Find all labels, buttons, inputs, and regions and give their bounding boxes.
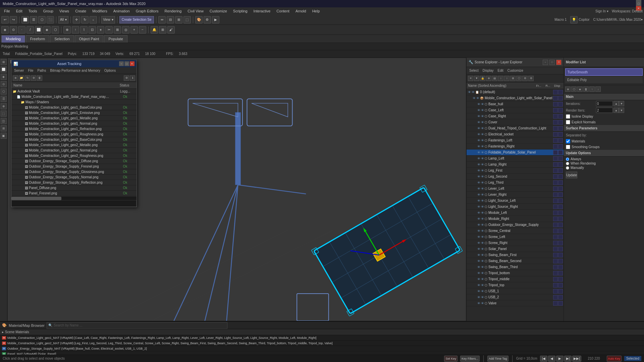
use-soft-sel-btn[interactable]: 🔔 (151, 26, 158, 34)
se-menu-edit[interactable]: Edit (496, 68, 505, 73)
ring-btn[interactable]: ◎ (122, 26, 129, 34)
prev-frame-btn[interactable]: |◀ (540, 356, 547, 362)
at-tree-item[interactable]: 🖼 Mobile_Constraction_Light_geo2_BaseCol… (11, 137, 137, 142)
se-tree-item[interactable]: 👁 👁 ⬡ Screw_Central (467, 228, 564, 234)
se-tree-item[interactable]: 👁 👁 ⬡ Swing_Beam_Second (467, 258, 564, 264)
at-tree-item[interactable]: 🖼 Panel_Diffuse.png Ok (11, 185, 137, 191)
left-btn-9[interactable]: ◫ (1, 118, 7, 124)
select-by-name-button[interactable]: ☰ (30, 16, 37, 23)
mod-icon-5[interactable]: ↑ (589, 86, 595, 92)
view-dropdown[interactable]: View ▾ (101, 16, 115, 23)
at-menu-bitmap[interactable]: Bitmap Performance and Memory (49, 68, 102, 73)
se-tree-item[interactable]: 👁 👁 ⬡ Swing_Beam_Third (467, 264, 564, 270)
se-tree-item[interactable]: 👁 👁 ⬡ Valve (467, 300, 564, 306)
at-close-button[interactable]: ✕ (130, 61, 135, 66)
se-tb-6[interactable]: ⊞ (510, 76, 516, 81)
edge-btn[interactable]: / (26, 26, 34, 34)
left-btn-10[interactable]: ⊞ (1, 125, 7, 131)
left-btn-3[interactable]: ◈ (1, 74, 7, 80)
se-tb-5[interactable]: ↕ (504, 76, 509, 81)
at-scrollbar[interactable] (11, 196, 137, 200)
menu-arnold[interactable]: Arnold (293, 8, 309, 14)
tab-modeling[interactable]: Modeling (1, 35, 25, 43)
se-tree-item[interactable]: 👁 👁 ⬡ Dual_Head_Tripod_Construction_Ligh… (467, 125, 564, 131)
at-info-btn[interactable]: ℹ (130, 75, 135, 81)
rotate-button[interactable]: ↻ (81, 16, 89, 23)
menu-group[interactable]: Group (40, 8, 56, 14)
surface-params-section[interactable]: Surface Parameters (564, 125, 644, 132)
create-selection-button[interactable]: Create Selection Se (119, 16, 154, 23)
iterations-down[interactable]: ▼ (619, 101, 624, 106)
at-refresh-btn[interactable]: ↻ (25, 75, 30, 81)
search-bar[interactable]: 🔍 Search by Name ... (47, 322, 228, 329)
at-menu-file[interactable]: File (26, 68, 35, 73)
iterations-input[interactable] (596, 101, 613, 106)
render-iters-input[interactable] (596, 108, 613, 113)
render-iters-up[interactable]: ▲ (613, 108, 619, 113)
turbosmooth-modifier[interactable]: TurboSmooth (565, 68, 643, 76)
at-folder-btn[interactable]: 📁 (19, 75, 24, 81)
at-settings-btn[interactable]: ⚙ (31, 75, 36, 81)
material-editor-button[interactable]: 🎨 (195, 16, 203, 23)
se-tree-item[interactable]: 👁 👁 ⬡ Lamp_Right (467, 162, 564, 168)
next-btn[interactable]: ▶| (564, 356, 572, 362)
se-tb-9[interactable]: ⚙ (528, 76, 534, 81)
shrink-btn[interactable]: − (139, 26, 146, 34)
scene-tree[interactable]: 👁 👁 📋 0 (default) 👁 👁 📦 Mobile_Construct… (467, 89, 564, 321)
menu-civil-view[interactable]: Civil View (185, 8, 206, 14)
mod-icon-3[interactable]: ◈ (577, 86, 583, 92)
menu-content[interactable]: Content (274, 8, 292, 14)
at-tree[interactable]: 📁 Autodesk Vault Logg... 📄 Mobile_Constr… (11, 89, 137, 196)
layer-dropdown[interactable]: All ▾ (58, 16, 68, 23)
se-tree-item[interactable]: 👁 👁 ⬡ USB_1 (467, 288, 564, 294)
se-tree-item[interactable]: 👁 👁 ⬡ Module_Right (467, 216, 564, 222)
se-menu-display[interactable]: Display (481, 68, 495, 73)
se-tb-filter[interactable]: ▼ (474, 76, 479, 81)
left-btn-11[interactable]: ▣ (1, 133, 7, 139)
add-time-tag-button[interactable]: Add Time Tag (487, 356, 508, 362)
at-tree-item[interactable]: 🖼 Mobile_Constraction_Light_geo1_BaseCol… (11, 105, 137, 110)
at-maximize-button[interactable]: □ (124, 61, 129, 66)
menu-modifiers[interactable]: Modifiers (90, 8, 110, 14)
at-tree-item[interactable]: 📁 Maps / Shaders (11, 100, 137, 105)
se-menu-select[interactable]: Select (468, 68, 480, 73)
always-radio[interactable] (566, 158, 569, 161)
undo-button[interactable]: ↩ (1, 16, 9, 23)
sm-header[interactable]: ▸ Scene Materials (0, 329, 644, 335)
at-tree-item[interactable]: 🖼 Mobile_Constraction_Light_geo1_Metalli… (11, 116, 137, 121)
window-crossing-button[interactable]: ⬛ (47, 16, 54, 23)
at-new-btn[interactable]: ⊕ (13, 75, 18, 81)
se-menu-customize[interactable]: Customize (506, 68, 525, 73)
last-btn[interactable]: ▶▶| (572, 356, 581, 362)
se-tb-4[interactable]: ↕ (498, 76, 503, 81)
left-btn-2[interactable]: ⬜ (1, 66, 7, 72)
left-btn-6[interactable]: ☰ (1, 96, 7, 102)
cut-btn[interactable]: ✂ (105, 26, 113, 34)
at-config-btn[interactable]: ⚙ (124, 75, 129, 81)
se-tree-item[interactable]: 👁 👁 📦 Mobile_Construction_Light_with_Sol… (467, 95, 564, 101)
inset-btn[interactable]: ⊡ (89, 26, 96, 34)
redo-button[interactable]: ↪ (10, 16, 17, 23)
sm-material-item[interactable]: M Outdoor_Energy_Storage_Supply_MAT (VRa… (0, 346, 644, 351)
se-tree-item[interactable]: 👁 👁 ⬡ Electrical_socket (467, 131, 564, 137)
at-tree-item[interactable]: 🖼 Mobile_Constraction_Light_geo2_Metalli… (11, 142, 137, 148)
se-tree-item[interactable]: 👁 👁 ⬡ Case_Left (467, 107, 564, 113)
se-tree-item[interactable]: 👁 👁 ⬡ Lever_Right (467, 192, 564, 198)
menu-scripting[interactable]: Scripting (230, 8, 250, 14)
at-tree-item[interactable]: 🖼 Outdoor_Energy_Storage_Supply_Fresnel.… (11, 164, 137, 169)
se-tree-item[interactable]: 👁 👁 ⬡ Leg_First (467, 168, 564, 174)
at-tree-item[interactable]: 🖼 Mobile_Constraction_Light_geo1_Refract… (11, 126, 137, 132)
se-tree-item[interactable]: 👁 👁 ⬡ Solar_Panel (467, 246, 564, 252)
grow-btn[interactable]: + (130, 26, 138, 34)
when-rendering-option[interactable]: When Rendering (566, 162, 642, 165)
play-btn[interactable]: ▶ (556, 356, 564, 362)
se-tb-2[interactable]: ⊕ (486, 76, 491, 81)
explicit-normals-checkbox[interactable] (566, 120, 570, 124)
at-delete-btn[interactable]: 🗑 (37, 75, 42, 81)
smoothing-groups-checkbox[interactable] (566, 145, 570, 149)
se-tb-1[interactable]: ✕ (468, 76, 473, 81)
tab-object-paint[interactable]: Object Paint (75, 35, 104, 43)
at-tree-item[interactable]: 📁 Autodesk Vault Logg... (11, 89, 137, 94)
se-tb-lock[interactable]: 🔒 (480, 76, 485, 81)
se-tree-item[interactable]: 👁 👁 ⬡ Screw_Left (467, 234, 564, 240)
